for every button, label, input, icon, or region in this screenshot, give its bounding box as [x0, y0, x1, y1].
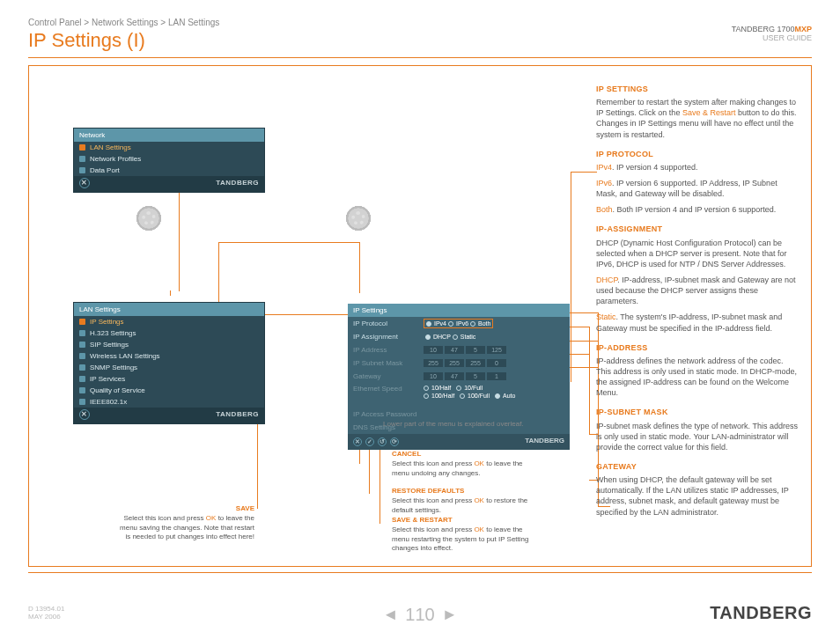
- radio-dot-icon: [426, 321, 431, 327]
- gear-icon: [133, 202, 165, 234]
- radio-dhcp[interactable]: DHCP: [425, 334, 451, 340]
- next-page-arrow-icon[interactable]: ►: [442, 606, 458, 624]
- octet[interactable]: 10: [424, 372, 443, 380]
- radio-ipv4[interactable]: IPv4: [426, 320, 446, 327]
- ip-settings-panel: IP Settings IP Protocol IPv4 IPv6 Both I…: [348, 304, 570, 450]
- connector-line: [218, 242, 359, 243]
- octet[interactable]: 5: [466, 346, 485, 354]
- lan-menu-item-ieee8021x[interactable]: IEEE802.1x: [74, 396, 264, 408]
- help-ip-assignment-title: IP-ASSIGNMENT: [596, 224, 799, 234]
- panel-brand: TANDBERG: [216, 179, 259, 187]
- radio-10full[interactable]: 10/Full: [456, 385, 483, 391]
- connector-line: [589, 327, 590, 434]
- gateway-octets: 10 47 5 1: [424, 372, 506, 380]
- note-overleaf: Lower part of the menu is explained over…: [383, 420, 524, 428]
- label-gateway: Gateway: [353, 372, 424, 380]
- octet[interactable]: 5: [466, 372, 485, 380]
- connector-line: [170, 290, 171, 296]
- page-number: 110: [405, 605, 434, 625]
- save-icon[interactable]: ✓: [365, 437, 374, 446]
- prev-page-arrow-icon[interactable]: ◄: [382, 606, 398, 624]
- help-ip-protocol-title: IP PROTOCOL: [596, 149, 799, 159]
- radio-dot-icon: [425, 334, 431, 340]
- lan-menu-item-ip-services[interactable]: IP Services: [74, 373, 264, 385]
- help-ip-settings-text: Remember to restart the system after mak…: [596, 97, 799, 140]
- ip-subnet-octets: 255 255 255 0: [424, 359, 506, 367]
- radio-dot-icon: [424, 393, 429, 399]
- footer-rule: [28, 572, 812, 573]
- connector-line: [359, 242, 360, 293]
- row-ip-address: IP Address 10 47 5 125: [348, 343, 570, 356]
- panel-brand: TANDBERG: [525, 437, 564, 445]
- save-restart-icon[interactable]: ⟳: [390, 437, 399, 446]
- footer-brand: TANDBERG: [710, 603, 812, 623]
- octet[interactable]: 10: [424, 346, 443, 354]
- ip-assignment-radio-group[interactable]: DHCP Static: [424, 333, 477, 341]
- connector-line: [571, 172, 597, 173]
- help-gateway-text: When using DHCP, the default gateway wil…: [596, 474, 799, 518]
- label-ip-protocol: IP Protocol: [353, 320, 424, 327]
- cancel-icon[interactable]: ✕: [353, 437, 362, 446]
- octet[interactable]: 255: [445, 359, 464, 367]
- radio-10half[interactable]: 10/Half: [424, 385, 451, 391]
- radio-dot-icon: [456, 386, 461, 391]
- network-menu-item-data-port[interactable]: Data Port: [74, 165, 264, 176]
- lan-menu-item-wireless-lan[interactable]: Wireless LAN Settings: [74, 350, 264, 362]
- label-eth-speed: Ethernet Speed: [353, 385, 424, 393]
- row-gateway: Gateway 10 47 5 1: [348, 370, 570, 383]
- callout-restore: RESTORE DEFAULTS Select this icon and pr…: [392, 487, 533, 515]
- lan-menu-item-snmp[interactable]: SNMP Settings: [74, 362, 264, 373]
- help-static: Static. The system's IP-address, IP-subn…: [596, 312, 799, 333]
- octet[interactable]: 1: [487, 372, 506, 380]
- close-icon[interactable]: ✕: [79, 178, 90, 188]
- gear-icon: [343, 202, 374, 234]
- restore-defaults-icon[interactable]: ↺: [378, 437, 387, 446]
- lan-settings-panel: LAN Settings IP Settings H.323 Settings …: [73, 302, 265, 424]
- radio-dot-icon: [460, 393, 465, 399]
- help-ip-settings-title: IP SETTINGS: [596, 84, 799, 94]
- octet[interactable]: 255: [466, 359, 485, 367]
- label-ip-subnet: IP Subnet Mask: [353, 359, 424, 367]
- octet[interactable]: 47: [445, 346, 464, 354]
- help-dhcp-desc: DHCP (Dynamic Host Configuration Protoco…: [596, 238, 799, 269]
- radio-both[interactable]: Both: [470, 320, 490, 327]
- callout-restore-title: RESTORE DEFAULTS: [392, 487, 533, 496]
- row-ip-subnet: IP Subnet Mask 255 255 255 0: [348, 356, 570, 370]
- lan-menu-footer: ✕ TANDBERG: [74, 408, 264, 423]
- content-frame: Network LAN Settings Network Profiles Da…: [28, 65, 812, 567]
- header-rule: [28, 57, 812, 58]
- lan-menu-item-h323[interactable]: H.323 Settings: [74, 327, 264, 339]
- ip-protocol-radio-group[interactable]: IPv4 IPv6 Both: [424, 319, 493, 328]
- octet[interactable]: 125: [487, 346, 506, 354]
- help-ipv6: IPv6. IP version 6 supported. IP Address…: [596, 178, 799, 199]
- octet[interactable]: 255: [424, 359, 443, 367]
- lan-menu-item-ip-settings[interactable]: IP Settings: [74, 316, 264, 327]
- octet[interactable]: 47: [445, 372, 464, 380]
- lan-menu-item-qos[interactable]: Quality of Service: [74, 385, 264, 396]
- breadcrumb: Control Panel > Network Settings > LAN S…: [28, 18, 812, 27]
- help-dhcp: DHCP. IP-address, IP-subnet mask and Gat…: [596, 275, 799, 306]
- page-title: IP Settings (I): [28, 29, 812, 52]
- callout-save-restart-title: SAVE & RESTART: [392, 516, 533, 525]
- radio-dot-icon: [424, 386, 429, 391]
- radio-100half[interactable]: 100/Half: [424, 393, 454, 399]
- ip-address-octets: 10 47 5 125: [424, 346, 506, 354]
- help-ip-address-text: IP-address defines the network address o…: [596, 356, 799, 399]
- network-menu-item-lan-settings[interactable]: LAN Settings: [74, 142, 264, 153]
- callout-cancel-title: CANCEL: [392, 450, 533, 459]
- row-ip-assignment: IP Assignment DHCP Static: [348, 330, 570, 343]
- lan-menu-item-sip[interactable]: SIP Settings: [74, 339, 264, 350]
- radio-100full[interactable]: 100/Full: [460, 393, 490, 399]
- radio-static[interactable]: Static: [453, 334, 476, 340]
- panel-brand: TANDBERG: [216, 410, 259, 418]
- radio-auto[interactable]: Auto: [495, 393, 515, 399]
- label-ip-assignment: IP Assignment: [353, 333, 424, 341]
- row-ip-password[interactable]: IP Access Password: [348, 408, 570, 421]
- octet[interactable]: 0: [487, 359, 506, 367]
- radio-ipv6[interactable]: IPv6: [448, 320, 468, 327]
- network-menu-item-network-profiles[interactable]: Network Profiles: [74, 153, 264, 165]
- help-gateway-title: GATEWAY: [596, 461, 799, 472]
- network-menu-footer: ✕ TANDBERG: [74, 176, 264, 192]
- close-icon[interactable]: ✕: [79, 409, 90, 420]
- connector-line: [571, 172, 571, 382]
